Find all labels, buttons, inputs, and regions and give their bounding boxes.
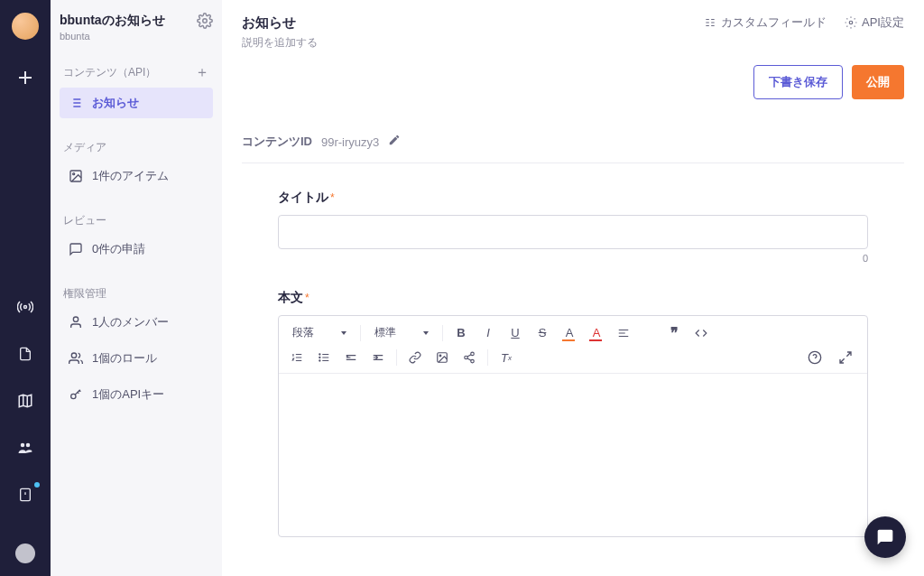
separator <box>442 325 443 341</box>
sidebar-item-label: 0件の申請 <box>92 241 145 257</box>
api-settings-link[interactable]: API設定 <box>845 14 904 31</box>
document-icon[interactable] <box>14 343 36 365</box>
page-title: お知らせ <box>242 14 318 32</box>
unordered-list-icon[interactable] <box>313 348 335 367</box>
custom-fields-link[interactable]: カスタムフィールド <box>704 14 827 31</box>
link-icon[interactable] <box>404 348 426 367</box>
svg-point-18 <box>471 359 475 363</box>
sidebar-item-label: 1人のメンバー <box>92 314 169 330</box>
field-title: タイトル* 0 <box>278 189 868 264</box>
field-body-label: 本文 <box>278 290 303 304</box>
svg-point-0 <box>24 306 27 309</box>
users-icon <box>69 351 83 366</box>
separator <box>396 349 397 366</box>
section-review-header: レビュー <box>63 213 106 228</box>
svg-point-8 <box>71 353 76 358</box>
sidebar-item-apikeys[interactable]: 1個のAPIキー <box>60 379 213 410</box>
gear-icon[interactable] <box>197 13 213 33</box>
expand-icon[interactable] <box>835 348 856 367</box>
indent-icon[interactable] <box>367 348 389 367</box>
quote-icon[interactable]: ❞ <box>663 323 685 343</box>
editor-toolbar: 段落 標準 B I U S A A <box>279 316 867 374</box>
help-icon[interactable] <box>804 348 826 367</box>
project-title: bbuntaのお知らせ <box>60 13 165 29</box>
pencil-icon[interactable] <box>388 134 401 150</box>
style-select[interactable]: 標準 <box>368 321 435 344</box>
key-icon <box>69 387 83 402</box>
icon-rail <box>0 0 51 576</box>
format-select[interactable]: 段落 <box>286 321 353 344</box>
field-title-label: タイトル <box>278 190 328 204</box>
user-icon <box>69 315 83 330</box>
separator <box>360 325 361 341</box>
svg-point-6 <box>73 173 75 175</box>
highlight-icon[interactable]: A <box>559 323 580 343</box>
map-icon[interactable] <box>14 390 36 412</box>
code-icon[interactable] <box>690 323 712 343</box>
text-color-icon[interactable]: A <box>586 323 607 343</box>
svg-point-17 <box>465 356 468 359</box>
svg-point-4 <box>203 19 208 23</box>
share-icon[interactable] <box>458 348 480 367</box>
sidebar: bbuntaのお知らせ bbunta コンテンツ（API） ＋ お知らせ メディ… <box>51 0 222 576</box>
sidebar-item-label: お知らせ <box>92 95 139 111</box>
underline-icon[interactable]: U <box>504 323 526 343</box>
alert-icon[interactable] <box>14 484 36 506</box>
section-perm-header: 権限管理 <box>63 286 106 302</box>
ordered-list-icon[interactable] <box>286 348 308 367</box>
sidebar-item-label: 1個のAPIキー <box>92 386 164 403</box>
add-content-icon[interactable]: ＋ <box>195 63 209 82</box>
broadcast-icon[interactable] <box>14 296 36 318</box>
svg-point-15 <box>439 355 441 357</box>
user-avatar-icon[interactable] <box>15 543 35 563</box>
align-icon[interactable] <box>613 323 634 343</box>
team-icon[interactable] <box>14 437 36 459</box>
separator <box>487 349 488 366</box>
image-icon <box>69 169 83 183</box>
chat-icon[interactable] <box>864 516 906 558</box>
list-icon <box>69 96 83 110</box>
main-content: お知らせ 説明を追加する カスタムフィールド API設定 下書き保存 公開 コン… <box>222 0 924 576</box>
page-description[interactable]: 説明を追加する <box>242 35 318 51</box>
required-marker: * <box>305 292 310 304</box>
svg-point-7 <box>73 317 78 321</box>
svg-point-13 <box>319 360 320 361</box>
sidebar-item-members[interactable]: 1人のメンバー <box>60 307 213 338</box>
outdent-icon[interactable] <box>340 348 362 367</box>
sidebar-item-label: 1件のアイテム <box>92 168 169 184</box>
svg-point-11 <box>319 354 320 355</box>
comment-icon <box>69 242 83 256</box>
api-settings-label: API設定 <box>862 14 904 31</box>
publish-button[interactable]: 公開 <box>852 65 904 99</box>
sidebar-item-announcements[interactable]: お知らせ <box>60 88 213 118</box>
sidebar-item-label: 1個のロール <box>92 350 157 367</box>
save-draft-button[interactable]: 下書き保存 <box>753 65 843 99</box>
editor-textarea[interactable] <box>279 374 867 536</box>
svg-point-10 <box>849 21 853 24</box>
required-marker: * <box>330 191 335 204</box>
section-media-header: メディア <box>63 140 106 155</box>
sidebar-item-media[interactable]: 1件のアイテム <box>60 161 213 191</box>
workspace-avatar[interactable] <box>12 13 39 40</box>
project-subtitle: bbunta <box>60 31 165 42</box>
sidebar-item-review[interactable]: 0件の申請 <box>60 234 213 265</box>
svg-point-12 <box>319 357 320 358</box>
clear-format-icon[interactable]: Tx <box>495 348 517 367</box>
title-char-count: 0 <box>278 253 868 264</box>
content-id-value: 99r-iryuzy3 <box>321 135 379 149</box>
field-body: 本文* 段落 標準 B I U S A A <box>278 289 868 537</box>
bold-icon[interactable]: B <box>450 323 472 343</box>
svg-point-1 <box>21 443 25 448</box>
insert-image-icon[interactable] <box>431 348 453 367</box>
custom-fields-label: カスタムフィールド <box>721 14 827 31</box>
svg-point-2 <box>26 443 31 448</box>
svg-point-16 <box>471 352 475 356</box>
rich-text-editor: 段落 標準 B I U S A A <box>278 315 868 537</box>
strikethrough-icon[interactable]: S <box>531 323 553 343</box>
add-icon[interactable] <box>14 67 36 88</box>
content-id-label: コンテンツID <box>242 134 312 150</box>
italic-icon[interactable]: I <box>477 323 499 343</box>
svg-point-9 <box>71 394 76 398</box>
title-input[interactable] <box>278 215 868 249</box>
sidebar-item-roles[interactable]: 1個のロール <box>60 343 213 374</box>
